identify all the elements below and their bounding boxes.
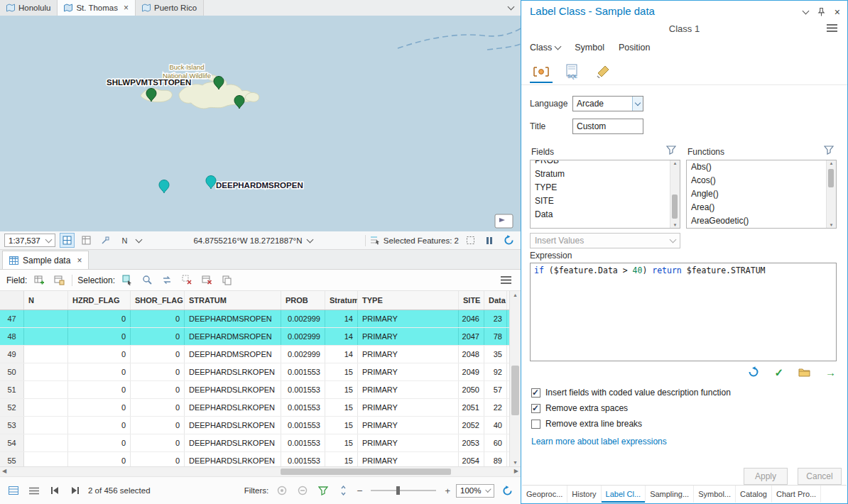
selection-box-icon[interactable] (463, 233, 478, 248)
table-cell[interactable]: 22 (484, 399, 507, 416)
table-cell[interactable]: 0.001553 (281, 381, 325, 398)
row-header-cell[interactable]: 49 (0, 346, 24, 363)
table-cell[interactable]: 0.002999 (281, 346, 325, 363)
add-field-icon[interactable] (32, 273, 47, 287)
function-item[interactable]: AreaGeodetic() (687, 214, 827, 228)
table-cell[interactable]: 0 (68, 381, 131, 398)
table-cell[interactable]: 14 (325, 310, 358, 327)
table-cell[interactable]: PRIMARY (358, 310, 459, 327)
table-row[interactable]: 5100DEEPHARDSLRKOPEN0.00155315PRIMARY205… (0, 381, 509, 399)
table-cell[interactable]: 2046 (459, 310, 484, 327)
table-cell[interactable]: 0.001553 (281, 399, 325, 416)
pane-tab-geoproc[interactable]: Geoproc... (522, 486, 567, 503)
pane-tab-chartpro[interactable]: Chart Pro... (772, 486, 821, 503)
scroll-up-icon[interactable]: ▲ (510, 292, 521, 297)
field-item[interactable]: Stratum (531, 168, 670, 181)
table-row[interactable]: 5400DEEPHARDSLRKOPEN0.00155315PRIMARY205… (0, 434, 509, 452)
column-header[interactable]: N (24, 291, 68, 309)
tab-list-chevron-icon[interactable] (501, 0, 521, 16)
tab-sample-data[interactable]: Sample data × (2, 251, 89, 269)
pane-hamburger-icon[interactable] (827, 24, 837, 32)
filter-toggle-2-icon[interactable] (295, 483, 310, 498)
table-cell[interactable]: 0.001553 (281, 363, 325, 380)
row-header-cell[interactable]: 47 (0, 310, 24, 327)
filter-funnel-icon[interactable] (315, 483, 330, 498)
zoom-to-selection-icon[interactable] (140, 273, 155, 287)
coordinates-readout[interactable]: 64.8755216°W 18.2721887°N (193, 236, 312, 245)
copy-rows-icon[interactable] (219, 273, 234, 287)
pane-tab-symbol[interactable]: Symbol... (694, 486, 736, 503)
table-cell[interactable]: 2050 (459, 381, 484, 398)
language-combo[interactable]: Arcade (572, 96, 643, 111)
refresh-table-icon[interactable] (500, 483, 515, 498)
table-cell[interactable]: 23 (484, 310, 507, 327)
export-expression-icon[interactable]: → (825, 367, 836, 378)
table-cell[interactable]: PRIMARY (358, 452, 459, 466)
tab-st-thomas[interactable]: St. Thomas × (58, 0, 136, 16)
table-row[interactable]: 5200DEEPHARDSLRKOPEN0.00155315PRIMARY205… (0, 399, 509, 417)
table-cell[interactable]: 0 (131, 452, 185, 466)
scroll-right-icon[interactable]: ▶ (514, 468, 518, 474)
tab-position[interactable]: Position (619, 43, 650, 53)
function-item[interactable]: Angle() (687, 187, 827, 201)
zoom-slider-thumb[interactable] (396, 486, 400, 495)
last-record-icon[interactable] (67, 483, 82, 498)
table-cell[interactable]: DEEPHARDSLRKOPEN (185, 452, 281, 466)
table-cell[interactable]: DEEPHARDSLRKOPEN (185, 363, 281, 380)
label-style-tab-icon[interactable] (592, 62, 615, 83)
table-cell[interactable]: DEEPHARDMSROPEN (185, 328, 281, 345)
table-cell[interactable] (24, 452, 68, 466)
table-cell[interactable]: 14 (325, 346, 358, 363)
table-row[interactable]: 5000DEEPHARDSLRKOPEN0.00155315PRIMARY204… (0, 363, 509, 381)
zoom-in-icon[interactable]: + (445, 486, 450, 496)
table-cell[interactable]: 15 (325, 381, 358, 398)
table-cell[interactable]: PRIMARY (358, 434, 459, 451)
table-cell[interactable]: 0 (131, 310, 185, 327)
table-cell[interactable]: 0 (131, 346, 185, 363)
table-cell[interactable]: 89 (484, 452, 507, 466)
delete-selection-icon[interactable] (200, 273, 214, 287)
scroll-left-icon[interactable]: ◀ (2, 468, 6, 474)
north-arrow-icon[interactable]: N (117, 233, 132, 248)
row-header-cell[interactable]: 55 (0, 452, 24, 466)
fields-list-scrollbar[interactable]: ▲ ▼ (670, 160, 680, 228)
table-cell[interactable] (24, 417, 68, 434)
table-cell[interactable]: 0 (68, 346, 131, 363)
insert-values-combo[interactable]: Insert Values (530, 233, 680, 248)
pin-icon[interactable] (817, 7, 825, 17)
table-row[interactable]: 5500DEEPHARDSLRKOPEN0.00155315PRIMARY205… (0, 452, 509, 466)
checkbox[interactable] (531, 404, 540, 413)
open-expression-icon[interactable] (798, 367, 810, 377)
clear-selection-icon[interactable] (180, 273, 195, 287)
snapping-icon[interactable] (98, 233, 113, 248)
table-cell[interactable]: 15 (325, 399, 358, 416)
first-record-icon[interactable] (47, 483, 62, 498)
table-cell[interactable]: 15 (325, 363, 358, 380)
table-cell[interactable]: 35 (484, 346, 507, 363)
table-cell[interactable]: 0 (68, 399, 131, 416)
table-cell[interactable]: 0 (131, 381, 185, 398)
table-cell[interactable]: 2052 (459, 417, 484, 434)
table-cell[interactable]: PRIMARY (358, 328, 459, 345)
table-cell[interactable] (24, 363, 68, 380)
checkbox[interactable] (531, 420, 540, 429)
table-cell[interactable]: 2047 (459, 328, 484, 345)
map-view[interactable]: Buck Island National Wildlife SHLWPVMTST… (0, 16, 521, 231)
table-cell[interactable]: 57 (484, 381, 507, 398)
table-cell[interactable]: 0 (131, 399, 185, 416)
table-cell[interactable]: 15 (325, 434, 358, 451)
table-cell[interactable]: DEEPHARDSLRKOPEN (185, 434, 281, 451)
overflow-annotation-icon[interactable] (495, 214, 513, 228)
table-cell[interactable]: 2049 (459, 363, 484, 380)
learn-more-link[interactable]: Learn more about label expressions (531, 437, 667, 447)
refresh-icon[interactable] (501, 233, 516, 248)
table-cell[interactable]: 0 (68, 310, 131, 327)
table-cell[interactable]: 78 (484, 328, 507, 345)
label-expression-tab-icon[interactable] (530, 62, 553, 83)
table-cell[interactable]: DEEPHARDSLRKOPEN (185, 399, 281, 416)
column-header[interactable]: STRATUM (185, 291, 281, 309)
table-cell[interactable]: 0 (68, 328, 131, 345)
column-header[interactable]: Stratum (325, 291, 358, 309)
table-cell[interactable]: 15 (325, 417, 358, 434)
column-header[interactable]: SITE (459, 291, 484, 309)
